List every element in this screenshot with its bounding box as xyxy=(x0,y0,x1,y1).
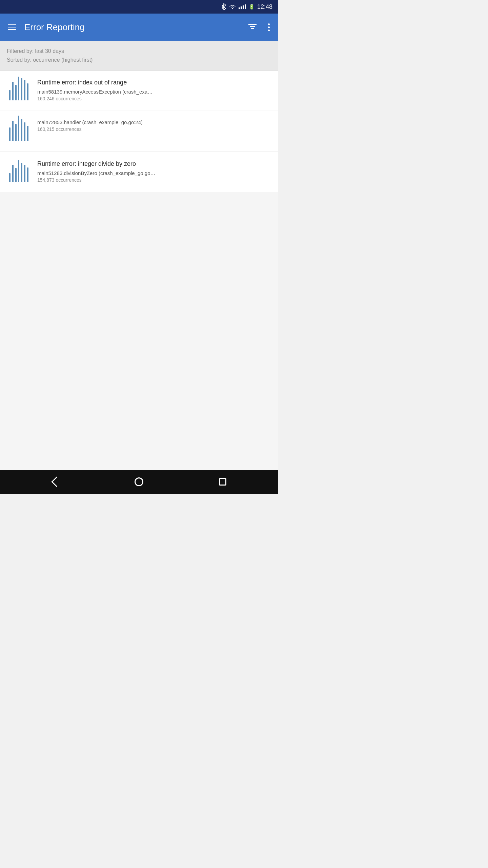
error-title-3: Runtime error: integer divide by zero xyxy=(37,160,271,168)
filter-line1: Filtered by: last 30 days xyxy=(7,47,271,56)
nav-bar xyxy=(0,470,278,494)
error-title-1: Runtime error: index out of range xyxy=(37,79,271,86)
menu-button[interactable] xyxy=(5,22,19,33)
nav-home-button[interactable] xyxy=(130,473,147,490)
back-icon xyxy=(52,476,62,487)
filter-line2: Sorted by: occurrence (highest first) xyxy=(7,56,271,64)
error-item-3[interactable]: Runtime error: integer divide by zero ma… xyxy=(0,152,278,192)
app-bar: Error Reporting xyxy=(0,14,278,41)
error-item-2[interactable]: main72853.handler (crash_example_go.go:2… xyxy=(0,111,278,151)
error-chart-2 xyxy=(7,119,30,143)
bluetooth-icon xyxy=(221,3,226,10)
error-content-2: main72853.handler (crash_example_go.go:2… xyxy=(37,119,271,132)
error-subtitle-2: main72853.handler (crash_example_go.go:2… xyxy=(37,119,271,125)
battery-icon: 🔋 xyxy=(249,4,255,9)
error-list: Runtime error: index out of range main58… xyxy=(0,71,278,470)
error-chart-1 xyxy=(7,79,30,102)
wifi-icon xyxy=(229,4,236,9)
error-item-1[interactable]: Runtime error: index out of range main58… xyxy=(0,71,278,111)
recents-icon xyxy=(219,478,226,486)
error-chart-3 xyxy=(7,160,30,184)
error-content-1: Runtime error: index out of range main58… xyxy=(37,79,271,101)
error-occurrences-3: 154,873 occurrences xyxy=(37,177,271,183)
status-bar: 🔋 12:48 xyxy=(0,0,278,14)
filter-banner: Filtered by: last 30 days Sorted by: occ… xyxy=(0,41,278,71)
filter-icon xyxy=(248,23,257,31)
error-subtitle-3: main51283.divisionByZero (crash_example_… xyxy=(37,170,271,176)
more-options-button[interactable] xyxy=(265,22,272,33)
error-content-3: Runtime error: integer divide by zero ma… xyxy=(37,160,271,182)
nav-recents-button[interactable] xyxy=(214,473,231,490)
nav-back-button[interactable] xyxy=(47,473,64,490)
error-subtitle-1: main58139.memoryAccessException (crash_e… xyxy=(37,89,271,95)
error-occurrences-2: 160,215 occurrences xyxy=(37,126,271,132)
empty-space xyxy=(0,193,278,328)
error-occurrences-1: 160,246 occurrences xyxy=(37,96,271,101)
signal-icon xyxy=(239,4,246,9)
status-icons: 🔋 12:48 xyxy=(221,3,272,11)
status-time: 12:48 xyxy=(257,3,272,11)
home-icon xyxy=(135,477,143,486)
page-title: Error Reporting xyxy=(24,22,240,33)
filter-button[interactable] xyxy=(245,20,260,34)
